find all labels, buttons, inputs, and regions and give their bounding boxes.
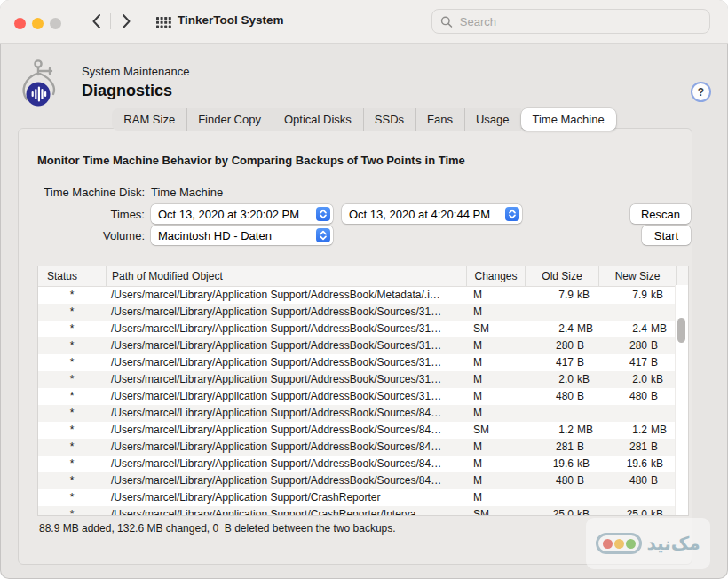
tab-time-machine[interactable]: Time Machine — [521, 108, 616, 131]
disk-label: Time Machine Disk: — [37, 186, 145, 199]
column-header-path[interactable]: Path of Modified Object — [106, 266, 466, 286]
size-value: 1.2 — [525, 422, 574, 439]
row-new-size — [598, 304, 676, 321]
size-unit: B — [577, 354, 595, 371]
table-row[interactable]: */Users/marcel/Library/Application Suppo… — [38, 439, 676, 456]
search-field[interactable] — [431, 9, 710, 34]
tab-fans[interactable]: Fans — [415, 108, 464, 131]
table-row[interactable]: */Users/marcel/Library/Application Suppo… — [38, 456, 676, 472]
watermark-dots-icon — [596, 533, 642, 554]
time-from-popup[interactable]: Oct 13, 2020 at 3:20:02 PM — [151, 204, 333, 224]
table-row[interactable]: */Users/marcel/Library/Application Suppo… — [38, 304, 676, 321]
column-header-new-size[interactable]: New Size — [598, 266, 676, 286]
size-unit: kB — [577, 287, 595, 304]
grid-icon — [156, 17, 171, 28]
table-row[interactable]: */Users/marcel/Library/Application Suppo… — [38, 287, 676, 304]
row-new-size: 480B — [598, 388, 676, 405]
row-status: * — [38, 388, 106, 405]
popup-stepper-icon — [505, 207, 519, 221]
minimize-button[interactable] — [32, 18, 44, 29]
row-status: * — [38, 422, 106, 439]
row-status: * — [38, 304, 106, 321]
row-status: * — [38, 456, 106, 472]
nav-divider — [110, 13, 111, 29]
back-button[interactable] — [85, 12, 107, 31]
size-unit: MB — [577, 321, 595, 337]
tab-usage[interactable]: Usage — [464, 108, 521, 131]
column-header-old-size[interactable]: Old Size — [525, 266, 598, 286]
help-button[interactable]: ? — [691, 82, 711, 102]
size-value: 280 — [525, 337, 574, 354]
column-header-status[interactable]: Status — [38, 266, 106, 286]
row-path: /Users/marcel/Library/Application Suppor… — [106, 388, 466, 405]
tab-optical-disks[interactable]: Optical Disks — [273, 108, 363, 131]
time-to-popup[interactable]: Oct 13, 2020 at 4:20:44 PM — [342, 204, 522, 224]
table-row[interactable]: */Users/marcel/Library/Application Suppo… — [38, 371, 676, 388]
row-new-size — [598, 489, 676, 506]
size-unit: kB — [577, 506, 595, 516]
row-new-size: 480B — [598, 472, 676, 489]
size-value: 417 — [525, 354, 574, 371]
size-unit: kB — [651, 287, 669, 304]
size-value: 281 — [525, 439, 574, 456]
search-input[interactable] — [458, 14, 701, 29]
row-path: /Users/marcel/Library/Application Suppor… — [106, 371, 466, 388]
row-path: /Users/marcel/Library/Application Suppor… — [106, 287, 466, 304]
table-row[interactable]: */Users/marcel/Library/Application Suppo… — [38, 506, 676, 516]
row-status: * — [38, 405, 106, 422]
row-status: * — [38, 354, 106, 371]
row-new-size: 25.0kB — [598, 506, 676, 516]
tab-finder-copy[interactable]: Finder Copy — [186, 108, 273, 131]
row-path: /Users/marcel/Library/Application Suppor… — [106, 506, 466, 516]
table-row[interactable]: */Users/marcel/Library/Application Suppo… — [38, 405, 676, 422]
size-value: 2.4 — [598, 321, 647, 337]
row-new-size: 7.9kB — [598, 287, 676, 304]
row-changes: M — [466, 405, 525, 422]
volume-value: Macintosh HD - Daten — [158, 229, 313, 242]
volume-popup[interactable]: Macintosh HD - Daten — [151, 226, 333, 245]
row-old-size: 7.9kB — [525, 287, 598, 304]
row-changes: SM — [466, 422, 525, 439]
page-title: Diagnostics — [82, 82, 172, 100]
table-row[interactable]: */Users/marcel/Library/Application Suppo… — [38, 388, 676, 405]
size-value: 19.6 — [598, 456, 647, 472]
row-old-size: 280B — [525, 337, 598, 354]
size-value: 480 — [598, 388, 647, 405]
show-all-panes-button[interactable] — [156, 16, 171, 32]
table-row[interactable]: */Users/marcel/Library/Application Suppo… — [38, 489, 676, 506]
close-button[interactable] — [14, 18, 26, 29]
size-unit: B — [651, 388, 669, 405]
zoom-button-disabled — [50, 18, 61, 29]
size-unit: kB — [651, 371, 669, 388]
table-row[interactable]: */Users/marcel/Library/Application Suppo… — [38, 472, 676, 489]
size-unit: kB — [577, 456, 595, 472]
row-new-size: 280B — [598, 337, 676, 354]
table-row[interactable]: */Users/marcel/Library/Application Suppo… — [38, 354, 676, 371]
table-row[interactable]: */Users/marcel/Library/Application Suppo… — [38, 321, 676, 337]
vertical-scrollbar[interactable] — [675, 285, 688, 515]
size-value: 480 — [525, 388, 574, 405]
row-changes: M — [466, 472, 525, 489]
size-value: 25.0 — [525, 506, 574, 516]
row-old-size: 2.4MB — [525, 321, 598, 337]
rescan-button[interactable]: Rescan — [630, 204, 691, 224]
watermark-dot-yellow — [614, 539, 624, 549]
size-unit: MB — [577, 422, 595, 439]
table-row[interactable]: */Users/marcel/Library/Application Suppo… — [38, 422, 676, 439]
row-changes: SM — [466, 506, 525, 516]
column-header-changes[interactable]: Changes — [466, 266, 525, 286]
row-old-size — [525, 489, 598, 506]
size-value — [598, 405, 647, 422]
row-new-size: 2.0kB — [598, 371, 676, 388]
table-row[interactable]: */Users/marcel/Library/Application Suppo… — [38, 337, 676, 354]
title-bar: TinkerTool System — [0, 0, 728, 44]
forward-button[interactable] — [115, 12, 137, 31]
tab-ram-size[interactable]: RAM Size — [112, 108, 186, 131]
row-old-size: 281B — [525, 439, 598, 456]
row-new-size: 2.4MB — [598, 321, 676, 337]
row-old-size: 2.0kB — [525, 371, 598, 388]
row-path: /Users/marcel/Library/Application Suppor… — [106, 304, 466, 321]
tab-ssds[interactable]: SSDs — [363, 108, 415, 131]
scrollbar-thumb[interactable] — [677, 318, 685, 343]
start-button[interactable]: Start — [642, 226, 691, 245]
